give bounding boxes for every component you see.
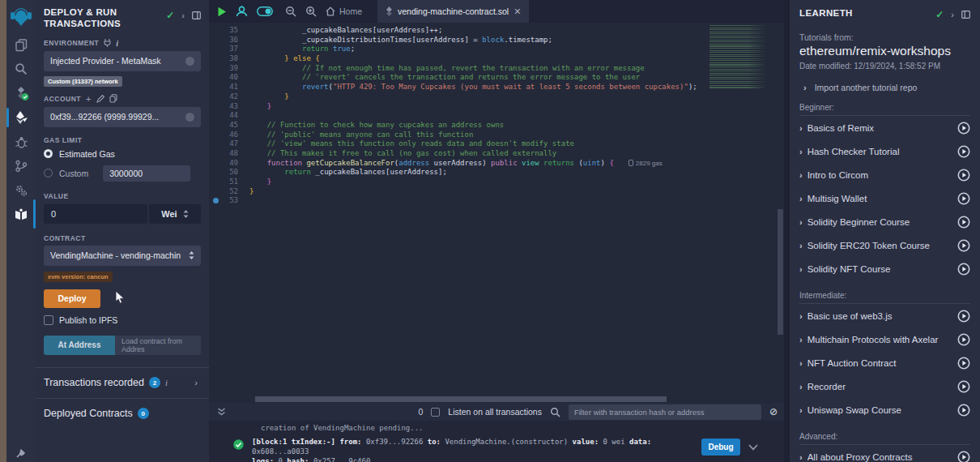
line-number[interactable]: 39: [209, 64, 249, 74]
code-line[interactable]: 36 _cupcakeDistributionTimes[userAddress…: [209, 36, 784, 45]
code-line[interactable]: 53: [209, 196, 784, 206]
deploy-and-run-icon[interactable]: [6, 105, 36, 130]
tutorial-item[interactable]: › Solidity NFT Course: [799, 257, 970, 280]
learneth-pin-icon[interactable]: [961, 11, 970, 19]
terminal-collapse-icon[interactable]: [217, 408, 226, 416]
line-number[interactable]: 37: [209, 45, 249, 54]
tutorial-item[interactable]: › Basic use of web3.js: [799, 304, 970, 327]
unit-stepper-icon[interactable]: [183, 210, 189, 218]
line-number[interactable]: 46: [209, 130, 249, 140]
plugin-connect-icon[interactable]: [6, 447, 36, 459]
publish-ipfs-checkbox[interactable]: [44, 315, 53, 325]
debugger-icon[interactable]: [6, 130, 36, 154]
learneth-collapse-icon[interactable]: ›: [951, 10, 954, 19]
transactions-info-icon[interactable]: i: [165, 379, 168, 387]
transactions-recorded-row[interactable]: Transactions recorded 2 i ›: [44, 368, 201, 398]
git-icon[interactable]: [6, 154, 36, 178]
code-line[interactable]: 47 // 'view' means this function only re…: [209, 139, 784, 149]
tutorial-item[interactable]: › Basics of Remix: [799, 116, 970, 139]
tutorial-item[interactable]: › Hash Checker Tutorial: [799, 139, 970, 163]
code-line[interactable]: 48 // This makes it free to call (no gas…: [209, 149, 784, 159]
account-select[interactable]: 0xf39...92266 (9999.99929...: [44, 107, 201, 127]
debug-button[interactable]: Debug: [701, 438, 740, 456]
play-tutorial-icon[interactable]: [957, 169, 970, 182]
transaction-entry[interactable]: [block:1 txIndex:-] from: 0xf39...92266 …: [209, 437, 784, 462]
code-line[interactable]: 35 _cupcakeBalances[userAddress]++;: [209, 26, 784, 36]
value-unit-select[interactable]: Wei: [149, 204, 201, 224]
clear-console-icon[interactable]: ⊘: [769, 406, 778, 417]
play-tutorial-icon[interactable]: [957, 310, 970, 323]
zoom-in-icon[interactable]: [305, 6, 317, 17]
line-number[interactable]: 42: [209, 92, 249, 102]
zoom-out-icon[interactable]: [285, 6, 296, 17]
line-number[interactable]: 50: [209, 168, 249, 178]
file-explorer-icon[interactable]: [6, 32, 36, 57]
play-tutorial-icon[interactable]: [957, 192, 970, 205]
code-line[interactable]: 42 }: [209, 92, 784, 102]
code-line[interactable]: 50 return _cupcakeBalances[userAddress];: [209, 168, 784, 178]
tutorial-item[interactable]: › Intro to Circom: [799, 163, 970, 186]
play-tutorial-icon[interactable]: [957, 357, 970, 370]
settings-icon[interactable]: [6, 178, 36, 203]
code-line[interactable]: 52 }: [209, 187, 784, 197]
tutorial-item[interactable]: › Uniswap Swap Course: [799, 398, 970, 421]
line-number[interactable]: 45: [209, 121, 249, 130]
at-address-button[interactable]: At Address: [44, 336, 115, 355]
editor-horizontal-scrollbar[interactable]: [255, 396, 667, 402]
play-tutorial-icon[interactable]: [957, 404, 970, 417]
tutorial-item[interactable]: › Solidity Beginner Course: [799, 210, 970, 233]
line-number[interactable]: 51: [209, 178, 249, 187]
code-line[interactable]: 38 } else {: [209, 54, 784, 64]
solidity-compiler-icon[interactable]: [6, 81, 36, 105]
add-account-icon[interactable]: +: [86, 94, 92, 104]
code-line[interactable]: 49 function getCupcakeBalanceFor(address…: [209, 159, 784, 169]
play-tutorial-icon[interactable]: [957, 239, 970, 252]
line-number[interactable]: 47: [209, 139, 249, 149]
tutorial-item[interactable]: › All about Proxy Contracts: [799, 445, 970, 462]
play-tutorial-icon[interactable]: [957, 216, 970, 229]
copy-account-icon[interactable]: [109, 94, 117, 103]
code-line[interactable]: 45 // Function to check how many cupcake…: [209, 121, 784, 130]
tab-close-icon[interactable]: ✕: [513, 6, 521, 17]
line-number[interactable]: 48: [209, 149, 249, 159]
line-number[interactable]: 53: [209, 196, 249, 206]
value-input[interactable]: 0: [44, 204, 147, 224]
transactions-expand-icon[interactable]: ›: [194, 378, 198, 387]
editor-minimap[interactable]: [709, 25, 776, 88]
deploy-button[interactable]: Deploy: [44, 289, 100, 308]
line-number[interactable]: 49: [209, 159, 249, 169]
search-icon[interactable]: [6, 57, 36, 81]
play-tutorial-icon[interactable]: [957, 263, 970, 276]
play-tutorial-icon[interactable]: [957, 451, 970, 462]
line-number[interactable]: 35: [209, 26, 249, 36]
transaction-filter-input[interactable]: [569, 404, 761, 420]
code-line[interactable]: 43 }: [209, 102, 784, 112]
account-settings-icon[interactable]: [185, 113, 194, 122]
line-number[interactable]: 40: [209, 73, 249, 83]
tx-expand-icon[interactable]: [748, 444, 758, 451]
panel-collapse-icon[interactable]: ›: [181, 11, 185, 20]
estimated-gas-radio[interactable]: [44, 149, 53, 158]
remix-logo[interactable]: [6, 0, 36, 32]
tutorial-item[interactable]: › Multichain Protocols with Axelar: [799, 327, 970, 351]
code-editor[interactable]: 35 _cupcakeBalances[userAddress]++; 36 _…: [209, 23, 784, 396]
editor-vertical-scrollbar[interactable]: [778, 209, 783, 335]
line-number[interactable]: 52: [209, 187, 249, 197]
at-address-input[interactable]: Load contract from Addres: [115, 336, 201, 355]
code-line[interactable]: 44: [209, 111, 784, 121]
environment-settings-icon[interactable]: [185, 57, 194, 66]
file-tab[interactable]: vending-machine-contract.sol ✕: [377, 0, 529, 23]
remixai-assistant-icon[interactable]: [236, 6, 248, 17]
play-tutorial-icon[interactable]: [957, 380, 970, 393]
code-line[interactable]: 51 }: [209, 178, 784, 187]
code-line[interactable]: 39 // If not enough time has passed, rev…: [209, 64, 784, 74]
code-line[interactable]: 37 return true;: [209, 45, 784, 54]
ai-copilot-toggle[interactable]: [257, 6, 273, 16]
run-script-icon[interactable]: [217, 6, 227, 17]
play-tutorial-icon[interactable]: [957, 145, 970, 158]
play-tutorial-icon[interactable]: [957, 333, 970, 346]
code-line[interactable]: 41 revert("HTTP 429: Too Many Cupcakes (…: [209, 83, 784, 92]
line-number[interactable]: 41: [209, 83, 249, 92]
home-tab[interactable]: Home: [326, 6, 362, 16]
contract-select[interactable]: VendingMachine - vending-machin: [44, 246, 201, 266]
